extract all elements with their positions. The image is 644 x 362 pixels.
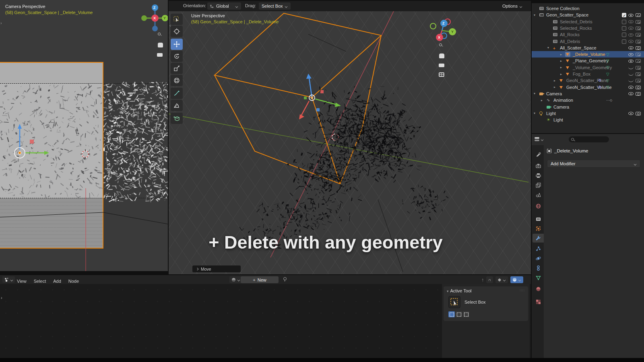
render-visibility-icon[interactable] — [636, 92, 641, 96]
properties-tab-object[interactable] — [533, 224, 544, 233]
render-visibility-icon[interactable] — [636, 40, 641, 43]
zoom-icon[interactable] — [439, 43, 445, 49]
add-cube-tool-button[interactable] — [171, 113, 183, 124]
eye-icon[interactable] — [628, 60, 634, 63]
render-visibility-icon[interactable] — [636, 72, 641, 76]
render-visibility-icon[interactable] — [636, 112, 641, 115]
render-visibility-icon[interactable] — [636, 33, 641, 37]
render-visibility-icon[interactable] — [636, 46, 641, 50]
options-dropdown[interactable]: Options — [500, 2, 525, 10]
eye-closed-icon[interactable] — [628, 67, 634, 69]
properties-tab-physics[interactable] — [533, 254, 544, 263]
eye-icon[interactable] — [628, 27, 634, 30]
outliner-row-camera[interactable]: ▾Camera — [532, 90, 644, 97]
editor-type-button[interactable] — [2, 276, 15, 283]
drag-dropdown[interactable]: Select Box — [259, 2, 291, 10]
outliner-row-geon-scatter-plane[interactable]: ▸GeoN_Scatter_Plane⚙▽ — [532, 77, 644, 84]
disclosure-icon[interactable]: ▸ — [560, 64, 562, 71]
disclosure-icon[interactable]: ▸ — [541, 97, 543, 104]
transform-tool-button[interactable] — [171, 75, 183, 86]
shading-preview-toggle[interactable] — [510, 276, 523, 283]
menu-select[interactable]: Select — [34, 279, 46, 284]
eye-icon[interactable] — [628, 92, 634, 95]
eye-icon[interactable] — [628, 14, 634, 17]
properties-tab-modifier[interactable] — [533, 234, 544, 243]
eye-closed-icon[interactable] — [628, 73, 634, 76]
outliner-row-all-rocks[interactable]: All_Rocks — [532, 31, 644, 38]
outliner-row-camera[interactable]: Camera — [532, 104, 644, 110]
outliner-row-selected-rocks[interactable]: Selected_Rocks — [532, 25, 644, 31]
eye-closed-icon[interactable] — [628, 80, 634, 82]
properties-tab-viewlayer[interactable] — [533, 181, 544, 189]
pan-hand-icon[interactable] — [158, 43, 163, 47]
disclosure-icon[interactable]: ▸ — [560, 51, 562, 58]
render-visibility-icon[interactable] — [636, 59, 641, 63]
eye-icon[interactable] — [628, 20, 634, 23]
cursor-tool-button[interactable] — [171, 26, 183, 37]
disclosure-icon[interactable]: ▸ — [554, 78, 555, 84]
properties-tab-texture[interactable] — [533, 297, 544, 306]
render-visibility-icon[interactable] — [636, 79, 641, 82]
outliner-row-animation[interactable]: ▸∿Animation⋯◇ — [532, 97, 644, 103]
outliner-row-geon-scatter-volume[interactable]: ▸GeoN_Scatter_Volume⚙▽ — [532, 84, 644, 90]
gizmo-x-label[interactable]: X — [438, 35, 440, 39]
outliner-row-light[interactable]: ▾Light — [532, 110, 644, 117]
properties-tab-output[interactable] — [533, 171, 544, 180]
render-visibility-icon[interactable] — [636, 13, 641, 17]
snap-mode-dropdown[interactable] — [495, 276, 508, 283]
outliner-row-all-debris[interactable]: All_Debris — [532, 38, 644, 45]
properties-tab-data[interactable] — [533, 273, 544, 282]
outliner-row--delete-volume[interactable]: ▸_Delete_Volume∿▽ — [532, 51, 644, 58]
properties-tab-tool[interactable] — [533, 150, 544, 159]
gizmo-x-label[interactable]: X — [153, 16, 156, 20]
menu-node[interactable]: Node — [68, 279, 79, 284]
editor-type-button[interactable] — [534, 136, 544, 142]
select-mode-extend-button[interactable] — [456, 311, 462, 317]
render-visibility-icon[interactable] — [636, 53, 641, 56]
properties-search[interactable] — [569, 136, 609, 142]
exclude-checkbox[interactable] — [622, 39, 626, 44]
eye-icon[interactable] — [628, 86, 634, 89]
disclosure-icon[interactable]: ▸ — [554, 84, 555, 90]
gizmo-z-label[interactable]: Z — [153, 6, 156, 10]
parent-up-icon[interactable]: ↑ — [481, 277, 484, 283]
disclosure-icon[interactable]: ▾ — [547, 45, 549, 51]
outliner-row-selected-debris[interactable]: Selected_Debris — [532, 19, 644, 25]
menu-add[interactable]: Add — [53, 279, 61, 284]
properties-tab-world[interactable] — [533, 202, 544, 210]
region-expand-arrow[interactable]: › — [1, 295, 2, 300]
select-mode-new-button[interactable] — [448, 311, 455, 317]
camera-view-icon[interactable] — [157, 53, 163, 57]
measure-tool-button[interactable] — [171, 100, 183, 111]
region-expand-arrow[interactable]: › — [0, 21, 2, 25]
scale-tool-button[interactable] — [171, 63, 183, 74]
disclosure-icon[interactable]: ▾ — [534, 90, 535, 97]
select-box-tool-button[interactable] — [171, 14, 183, 25]
camera-view-icon[interactable] — [439, 64, 444, 67]
render-visibility-icon[interactable] — [636, 66, 641, 70]
disclosure-icon[interactable]: ▾ — [534, 110, 535, 117]
orientation-dropdown[interactable]: Global — [207, 2, 241, 10]
active-tool-title[interactable]: Active Tool — [450, 288, 472, 293]
new-material-button[interactable]: + New — [241, 276, 279, 283]
select-box-tool-button[interactable] — [448, 296, 460, 308]
snap-magnet-icon[interactable]: ∩ — [486, 276, 493, 283]
properties-tab-collection[interactable] — [533, 214, 544, 223]
exclude-checkbox[interactable] — [622, 26, 626, 31]
properties-tab-constraint[interactable] — [533, 263, 544, 272]
eye-icon[interactable] — [628, 53, 634, 56]
exclude-checkbox[interactable] — [622, 20, 626, 24]
pan-hand-icon[interactable] — [439, 53, 444, 58]
properties-tab-scene[interactable] — [533, 190, 544, 199]
outliner-row-all-scatter-space[interactable]: ▾+All_Scatter_Space — [532, 45, 644, 51]
operator-panel-move[interactable]: Move — [192, 265, 241, 272]
outliner-row-light[interactable]: ☀Light — [532, 117, 644, 123]
zoom-icon[interactable] — [158, 33, 164, 39]
menu-view[interactable]: View — [17, 279, 27, 284]
exclude-checkbox[interactable] — [622, 13, 626, 17]
render-visibility-icon[interactable] — [636, 86, 641, 89]
gizmo-y-label[interactable]: Y — [163, 16, 166, 20]
disclosure-icon[interactable]: ▸ — [560, 58, 562, 64]
rotate-tool-button[interactable] — [171, 51, 183, 62]
move-tool-button[interactable] — [171, 39, 183, 50]
